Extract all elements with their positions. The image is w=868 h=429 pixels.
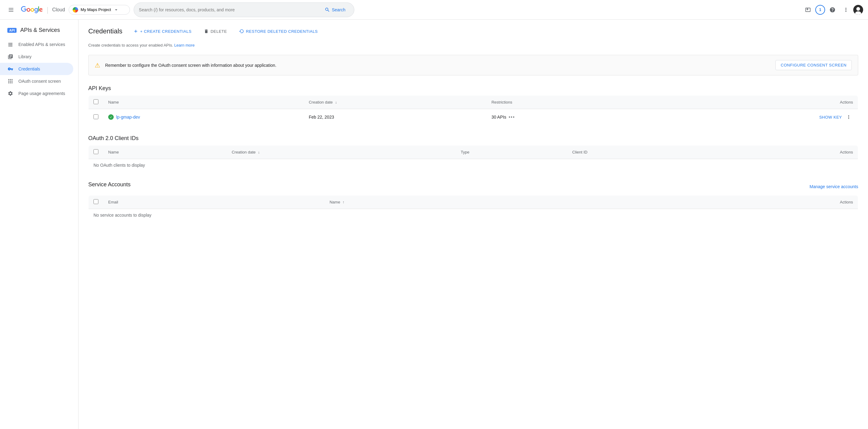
table-row: No OAuth clients to display	[89, 159, 858, 172]
restore-label: RESTORE DELETED CREDENTIALS	[246, 29, 317, 34]
service-accounts-title: Service Accounts	[88, 181, 130, 188]
settings-icon	[7, 90, 13, 96]
sidebar-item-label: Library	[19, 54, 32, 59]
oauth-type-col-label: Type	[461, 150, 469, 154]
api-keys-title: API Keys	[88, 85, 858, 92]
grid-icon	[7, 41, 13, 48]
api-key-row-checkbox-cell	[89, 109, 103, 125]
google-cloud-logo[interactable]: | Cloud	[21, 5, 65, 14]
notifications-badge[interactable]: 1	[815, 5, 825, 15]
sidebar-item-credentials[interactable]: Credentials	[0, 63, 73, 75]
sidebar-item-library[interactable]: Library	[0, 51, 73, 63]
table-row: No service accounts to display	[89, 209, 858, 221]
create-credentials-label: + CREATE CREDENTIALS	[140, 29, 192, 34]
sidebar-header: API APIs & Services	[0, 22, 78, 38]
nav-icons-area: 1	[802, 4, 863, 16]
search-button[interactable]: Search	[321, 5, 349, 14]
oauth-date-header[interactable]: Creation date ↓	[227, 146, 456, 159]
help-icon	[829, 7, 836, 13]
sidebar-item-oauth-consent[interactable]: OAuth consent screen	[0, 75, 73, 87]
configure-consent-screen-button[interactable]: CONFIGURE CONSENT SCREEN	[775, 60, 852, 70]
api-keys-table-body: ✓ lp-gmap-dev Feb 22, 2023 30 APIs •••	[89, 109, 858, 125]
warning-text: Remember to configure the OAuth consent …	[105, 63, 276, 68]
search-icon	[324, 7, 330, 12]
sa-select-all-checkbox[interactable]	[93, 199, 98, 204]
hamburger-menu-button[interactable]	[5, 4, 17, 16]
service-accounts-table-body: No service accounts to display	[89, 209, 858, 221]
sort-asc-icon: ↑	[343, 200, 344, 204]
api-keys-name-col-label: Name	[108, 100, 119, 104]
service-accounts-header: Service Accounts Manage service accounts	[88, 181, 858, 191]
oauth-clients-table-body: No OAuth clients to display	[89, 159, 858, 172]
top-navigation: | Cloud My Maps Project Search 1	[0, 0, 868, 20]
warning-icon: ⚠	[95, 62, 100, 69]
sidebar-item-label: Credentials	[19, 66, 40, 71]
sa-name-header[interactable]: Name ↑	[324, 195, 600, 209]
oauth-name-col-label: Name	[108, 150, 119, 154]
learn-more-link[interactable]: Learn more	[174, 43, 194, 48]
table-row: ✓ lp-gmap-dev Feb 22, 2023 30 APIs •••	[89, 109, 858, 125]
service-accounts-table-header: Email Name ↑ Actions	[89, 195, 858, 209]
app-layout: API APIs & Services Enabled APIs & servi…	[0, 20, 868, 429]
configure-btn-label: CONFIGURE CONSENT SCREEN	[781, 63, 846, 67]
api-key-name-link[interactable]: lp-gmap-dev	[116, 115, 140, 120]
api-badge: API	[7, 28, 17, 33]
sort-desc-icon: ↓	[258, 150, 260, 154]
library-icon	[7, 54, 13, 60]
description-text: Create credentials to access your enable…	[88, 43, 173, 48]
more-options-button[interactable]	[840, 4, 852, 16]
oauth-actions-header: Actions	[719, 146, 858, 159]
api-key-date-cell: Feb 22, 2023	[304, 109, 487, 125]
api-key-name-cell: ✓ lp-gmap-dev	[103, 109, 304, 125]
sidebar-item-enabled-apis[interactable]: Enabled APIs & services	[0, 38, 73, 51]
restore-icon	[239, 29, 244, 34]
api-keys-restrictions-header: Restrictions	[487, 96, 647, 109]
oauth-clients-section: OAuth 2.0 Client IDs Name Creation date …	[88, 135, 858, 172]
manage-service-accounts-link[interactable]: Manage service accounts	[809, 184, 858, 189]
oauth-select-all-checkbox[interactable]	[93, 149, 98, 154]
delete-label: DELETE	[211, 29, 227, 34]
project-color-dot	[73, 7, 78, 12]
api-keys-actions-col-label: Actions	[840, 100, 853, 104]
warning-banner: ⚠ Remember to configure the OAuth consen…	[88, 55, 858, 75]
restrictions-value: 30 APIs	[491, 115, 506, 120]
sa-actions-header: Actions	[600, 195, 858, 209]
project-selector-button[interactable]: My Maps Project	[69, 5, 130, 15]
restore-credentials-button[interactable]: RESTORE DELETED CREDENTIALS	[236, 27, 321, 35]
sidebar-item-label: OAuth consent screen	[19, 79, 61, 84]
api-key-name-content: ✓ lp-gmap-dev	[108, 114, 299, 120]
chevron-down-icon	[114, 7, 119, 12]
sa-email-col-label: Email	[108, 200, 118, 204]
create-credentials-button[interactable]: + CREATE CREDENTIALS	[130, 27, 195, 35]
oauth-actions-col-label: Actions	[840, 150, 853, 154]
cloud-text: Cloud	[52, 7, 65, 12]
delete-button[interactable]: DELETE	[200, 27, 231, 35]
restrictions-more-button[interactable]: •••	[509, 115, 515, 120]
plus-icon	[133, 29, 138, 34]
delete-icon	[204, 29, 209, 34]
oauth-clients-table-header: Name Creation date ↓ Type Client ID	[89, 146, 858, 159]
help-button[interactable]	[826, 4, 839, 16]
search-button-label: Search	[332, 7, 345, 12]
api-key-more-button[interactable]	[844, 113, 853, 121]
user-avatar[interactable]	[853, 5, 863, 15]
more-vert-icon	[846, 114, 851, 120]
cloud-shell-button[interactable]	[802, 4, 814, 16]
search-input[interactable]	[139, 7, 321, 12]
oauth-date-col-label: Creation date	[232, 150, 256, 154]
oauth-clients-title: OAuth 2.0 Client IDs	[88, 135, 858, 142]
api-key-restrictions-cell: 30 APIs •••	[487, 109, 647, 125]
active-status-icon: ✓	[108, 114, 114, 120]
api-keys-table-header: Name Creation date ↓ Restrictions Action…	[89, 96, 858, 109]
api-keys-date-header[interactable]: Creation date ↓	[304, 96, 487, 109]
service-accounts-table: Email Name ↑ Actions No service accounts	[88, 195, 858, 221]
sa-select-all-header	[89, 195, 103, 209]
key-icon	[7, 66, 13, 72]
api-key-row-checkbox[interactable]	[93, 114, 98, 119]
api-keys-restrictions-col-label: Restrictions	[491, 100, 512, 104]
show-key-button[interactable]: SHOW KEY	[819, 115, 842, 120]
sort-desc-icon: ↓	[335, 100, 337, 104]
sidebar-item-page-usage[interactable]: Page usage agreements	[0, 87, 73, 100]
api-keys-select-all-checkbox[interactable]	[93, 99, 98, 104]
oauth-icon	[7, 78, 13, 84]
